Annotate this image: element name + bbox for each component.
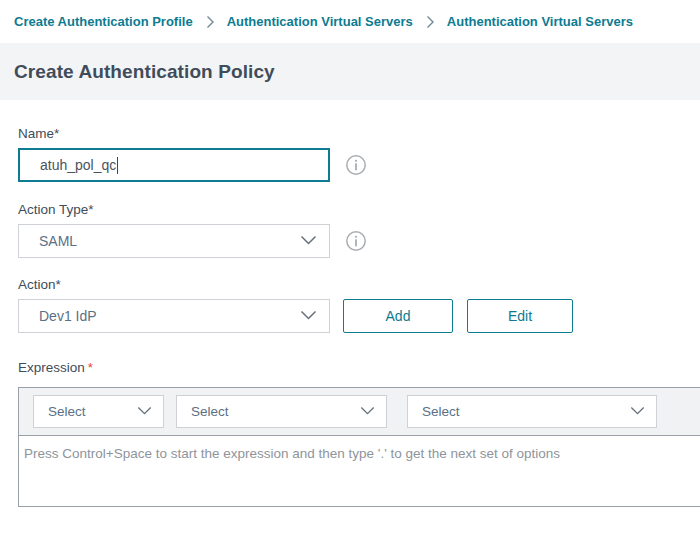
action-label: Action*	[18, 277, 700, 292]
chevron-right-icon	[424, 15, 436, 29]
expression-select-second[interactable]: Select	[176, 395, 387, 428]
name-input[interactable]: atuh_pol_qc	[18, 148, 330, 182]
breadcrumb-item-create-authentication-profile[interactable]: Create Authentication Profile	[14, 14, 193, 29]
action-type-label: Action Type*	[18, 202, 700, 217]
breadcrumb-item-authentication-virtual-servers-current[interactable]: Authentication Virtual Servers	[447, 14, 633, 29]
action-select[interactable]: Dev1 IdP	[18, 299, 330, 333]
chevron-right-icon	[204, 15, 216, 29]
text-cursor	[117, 157, 118, 174]
chevron-down-icon	[137, 404, 152, 419]
chevron-down-icon	[300, 233, 317, 249]
chevron-down-icon	[630, 404, 645, 419]
page-title: Create Authentication Policy	[14, 61, 275, 83]
breadcrumb: Create Authentication Profile Authentica…	[0, 0, 700, 43]
expression-toolbar: Select Select Select	[18, 387, 700, 436]
action-type-select[interactable]: SAML	[18, 224, 330, 258]
expression-input[interactable]	[18, 436, 700, 507]
action-type-info-icon[interactable]	[345, 230, 367, 252]
chevron-down-icon	[300, 308, 317, 324]
breadcrumb-item-authentication-virtual-servers[interactable]: Authentication Virtual Servers	[227, 14, 413, 29]
expression-select-first-value: Select	[48, 404, 86, 419]
expression-select-first[interactable]: Select	[33, 395, 164, 428]
name-info-icon[interactable]	[345, 154, 367, 176]
add-button[interactable]: Add	[343, 299, 453, 333]
expression-select-second-value: Select	[191, 404, 229, 419]
action-selected-value: Dev1 IdP	[39, 308, 97, 324]
expression-select-third[interactable]: Select	[407, 395, 657, 428]
expression-required-asterisk: *	[88, 360, 93, 375]
expression-editor: Select Select Select	[18, 387, 700, 507]
chevron-down-icon	[360, 404, 375, 419]
action-type-selected-value: SAML	[39, 233, 77, 249]
name-input-value: atuh_pol_qc	[40, 157, 116, 173]
create-authentication-policy-form: Name* atuh_pol_qc Action Type* SAML	[0, 100, 700, 507]
name-label: Name*	[18, 126, 700, 141]
expression-select-third-value: Select	[422, 404, 460, 419]
edit-button[interactable]: Edit	[467, 299, 573, 333]
expression-label: Expression	[18, 360, 85, 375]
page-header: Create Authentication Policy	[0, 43, 700, 100]
